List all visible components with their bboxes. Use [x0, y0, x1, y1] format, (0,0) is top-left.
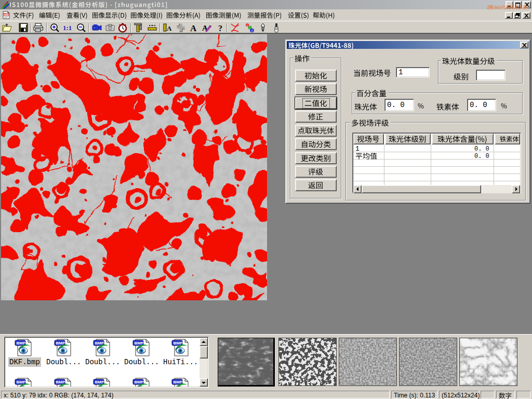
- svg-text:1: 1: [247, 23, 248, 26]
- svg-text:DOC: DOC: [4, 13, 10, 16]
- svg-text:2: 2: [249, 26, 251, 29]
- svg-text:A: A: [190, 23, 197, 33]
- svg-text:?: ?: [218, 24, 222, 33]
- svg-text:A: A: [167, 24, 172, 32]
- svg-text:3: 3: [251, 29, 253, 32]
- svg-text:1:1: 1:1: [63, 24, 72, 32]
